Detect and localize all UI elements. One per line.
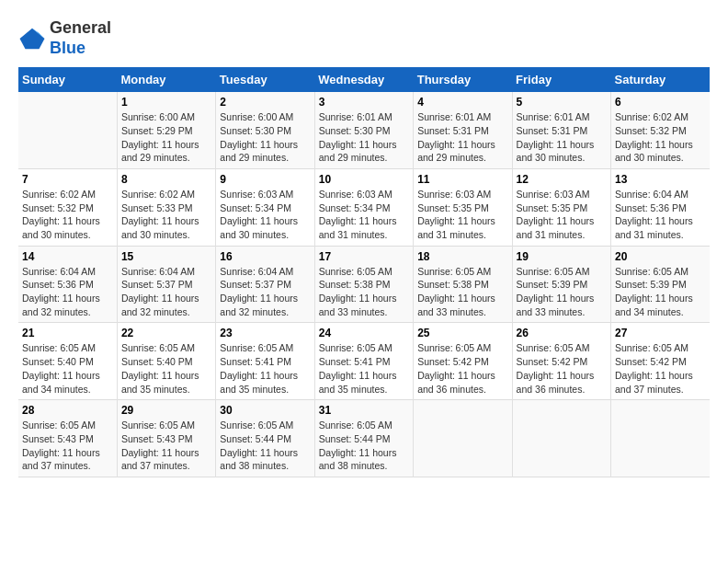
- day-number: 26: [517, 327, 607, 339]
- day-number: 2: [220, 96, 310, 109]
- day-info: Sunrise: 6:03 AMSunset: 5:34 PMDaylight:…: [220, 188, 310, 242]
- calendar-cell: 30 Sunrise: 6:05 AMSunset: 5:44 PMDaylig…: [216, 400, 314, 477]
- calendar-cell: 21 Sunrise: 6:05 AMSunset: 5:40 PMDaylig…: [18, 323, 117, 400]
- logo-text: General Blue: [50, 18, 111, 58]
- day-info: Sunrise: 6:05 AMSunset: 5:43 PMDaylight:…: [22, 419, 113, 473]
- calendar-cell: 28 Sunrise: 6:05 AMSunset: 5:43 PMDaylig…: [18, 400, 117, 477]
- calendar-cell: 2 Sunrise: 6:00 AMSunset: 5:30 PMDayligh…: [216, 92, 314, 168]
- calendar-cell: 14 Sunrise: 6:04 AMSunset: 5:36 PMDaylig…: [18, 246, 117, 323]
- calendar-cell: 24 Sunrise: 6:05 AMSunset: 5:41 PMDaylig…: [314, 323, 413, 400]
- calendar-cell: 20 Sunrise: 6:05 AMSunset: 5:39 PMDaylig…: [611, 246, 710, 323]
- calendar-cell: 17 Sunrise: 6:05 AMSunset: 5:38 PMDaylig…: [314, 246, 413, 323]
- day-info: Sunrise: 6:05 AMSunset: 5:42 PMDaylight:…: [615, 341, 706, 396]
- calendar-cell: 25 Sunrise: 6:05 AMSunset: 5:42 PMDaylig…: [414, 323, 512, 400]
- day-number: 8: [121, 173, 211, 186]
- calendar-cell: 23 Sunrise: 6:05 AMSunset: 5:41 PMDaylig…: [216, 323, 314, 400]
- day-number: 4: [417, 96, 507, 109]
- week-row-3: 14 Sunrise: 6:04 AMSunset: 5:36 PMDaylig…: [18, 246, 710, 323]
- day-info: Sunrise: 6:05 AMSunset: 5:39 PMDaylight:…: [517, 265, 607, 319]
- day-info: Sunrise: 6:05 AMSunset: 5:40 PMDaylight:…: [22, 341, 113, 396]
- calendar-cell: 11 Sunrise: 6:03 AMSunset: 5:35 PMDaylig…: [414, 168, 512, 246]
- day-number: 13: [615, 173, 706, 186]
- day-info: Sunrise: 6:05 AMSunset: 5:38 PMDaylight:…: [417, 265, 507, 319]
- day-number: 3: [319, 96, 409, 109]
- calendar-cell: 31 Sunrise: 6:05 AMSunset: 5:44 PMDaylig…: [314, 400, 413, 477]
- calendar-cell: 10 Sunrise: 6:03 AMSunset: 5:34 PMDaylig…: [314, 168, 413, 246]
- calendar-header-row: SundayMondayTuesdayWednesdayThursdayFrid…: [18, 67, 710, 92]
- day-info: Sunrise: 6:01 AMSunset: 5:31 PMDaylight:…: [517, 110, 607, 165]
- day-info: Sunrise: 6:04 AMSunset: 5:37 PMDaylight:…: [121, 265, 211, 319]
- day-number: 20: [615, 250, 706, 263]
- day-number: 15: [121, 250, 211, 263]
- day-info: Sunrise: 6:01 AMSunset: 5:30 PMDaylight:…: [319, 110, 409, 165]
- header-wednesday: Wednesday: [314, 67, 413, 92]
- day-info: Sunrise: 6:03 AMSunset: 5:34 PMDaylight:…: [319, 188, 409, 242]
- day-info: Sunrise: 6:05 AMSunset: 5:39 PMDaylight:…: [615, 265, 706, 319]
- day-number: 1: [121, 96, 211, 109]
- header-thursday: Thursday: [414, 67, 512, 92]
- day-number: 29: [121, 404, 211, 417]
- calendar-cell: 3 Sunrise: 6:01 AMSunset: 5:30 PMDayligh…: [314, 92, 413, 168]
- day-info: Sunrise: 6:04 AMSunset: 5:36 PMDaylight:…: [22, 265, 113, 319]
- day-info: Sunrise: 6:04 AMSunset: 5:37 PMDaylight:…: [220, 265, 310, 319]
- page-header: General Blue: [18, 18, 710, 58]
- logo-icon: [18, 25, 46, 52]
- day-info: Sunrise: 6:02 AMSunset: 5:32 PMDaylight:…: [22, 188, 113, 242]
- day-info: Sunrise: 6:02 AMSunset: 5:32 PMDaylight:…: [615, 110, 706, 165]
- day-info: Sunrise: 6:01 AMSunset: 5:31 PMDaylight:…: [417, 110, 507, 165]
- day-info: Sunrise: 6:05 AMSunset: 5:40 PMDaylight:…: [121, 341, 211, 396]
- day-number: 14: [22, 250, 113, 263]
- day-number: 25: [417, 327, 507, 339]
- day-number: 17: [319, 250, 409, 263]
- calendar-cell: 22 Sunrise: 6:05 AMSunset: 5:40 PMDaylig…: [117, 323, 215, 400]
- header-monday: Monday: [117, 67, 215, 92]
- day-info: Sunrise: 6:05 AMSunset: 5:43 PMDaylight:…: [121, 419, 211, 473]
- calendar-cell: 19 Sunrise: 6:05 AMSunset: 5:39 PMDaylig…: [512, 246, 610, 323]
- day-number: 30: [220, 404, 310, 417]
- week-row-4: 21 Sunrise: 6:05 AMSunset: 5:40 PMDaylig…: [18, 323, 710, 400]
- day-number: 27: [615, 327, 706, 339]
- day-number: 10: [319, 173, 409, 186]
- calendar-cell: 15 Sunrise: 6:04 AMSunset: 5:37 PMDaylig…: [117, 246, 215, 323]
- day-number: 18: [417, 250, 507, 263]
- day-number: 11: [417, 173, 507, 186]
- day-number: 23: [220, 327, 310, 339]
- svg-marker-0: [20, 28, 45, 49]
- day-info: Sunrise: 6:05 AMSunset: 5:41 PMDaylight:…: [319, 341, 409, 396]
- header-saturday: Saturday: [611, 67, 710, 92]
- day-info: Sunrise: 6:05 AMSunset: 5:41 PMDaylight:…: [220, 341, 310, 396]
- calendar-cell: 4 Sunrise: 6:01 AMSunset: 5:31 PMDayligh…: [414, 92, 512, 168]
- calendar-cell: 27 Sunrise: 6:05 AMSunset: 5:42 PMDaylig…: [611, 323, 710, 400]
- header-friday: Friday: [512, 67, 610, 92]
- calendar-cell: 5 Sunrise: 6:01 AMSunset: 5:31 PMDayligh…: [512, 92, 610, 168]
- calendar-cell: [18, 92, 117, 168]
- day-number: 9: [220, 173, 310, 186]
- day-number: 16: [220, 250, 310, 263]
- week-row-2: 7 Sunrise: 6:02 AMSunset: 5:32 PMDayligh…: [18, 168, 710, 246]
- calendar-cell: [512, 400, 610, 477]
- day-info: Sunrise: 6:03 AMSunset: 5:35 PMDaylight:…: [417, 188, 507, 242]
- day-info: Sunrise: 6:05 AMSunset: 5:44 PMDaylight:…: [220, 419, 310, 473]
- calendar-cell: [611, 400, 710, 477]
- day-number: 22: [121, 327, 211, 339]
- header-sunday: Sunday: [18, 67, 117, 92]
- calendar-cell: 13 Sunrise: 6:04 AMSunset: 5:36 PMDaylig…: [611, 168, 710, 246]
- logo: General Blue: [18, 18, 111, 58]
- day-number: 12: [517, 173, 607, 186]
- day-number: 31: [319, 404, 409, 417]
- day-info: Sunrise: 6:05 AMSunset: 5:42 PMDaylight:…: [417, 341, 507, 396]
- day-info: Sunrise: 6:04 AMSunset: 5:36 PMDaylight:…: [615, 188, 706, 242]
- calendar-cell: [414, 400, 512, 477]
- day-info: Sunrise: 6:05 AMSunset: 5:42 PMDaylight:…: [517, 341, 607, 396]
- day-number: 19: [517, 250, 607, 263]
- calendar-table: SundayMondayTuesdayWednesdayThursdayFrid…: [18, 67, 710, 477]
- day-info: Sunrise: 6:03 AMSunset: 5:35 PMDaylight:…: [517, 188, 607, 242]
- day-number: 21: [22, 327, 113, 339]
- calendar-cell: 8 Sunrise: 6:02 AMSunset: 5:33 PMDayligh…: [117, 168, 215, 246]
- day-number: 28: [22, 404, 113, 417]
- day-number: 6: [615, 96, 706, 109]
- day-number: 7: [22, 173, 113, 186]
- calendar-cell: 7 Sunrise: 6:02 AMSunset: 5:32 PMDayligh…: [18, 168, 117, 246]
- calendar-cell: 26 Sunrise: 6:05 AMSunset: 5:42 PMDaylig…: [512, 323, 610, 400]
- day-info: Sunrise: 6:05 AMSunset: 5:38 PMDaylight:…: [319, 265, 409, 319]
